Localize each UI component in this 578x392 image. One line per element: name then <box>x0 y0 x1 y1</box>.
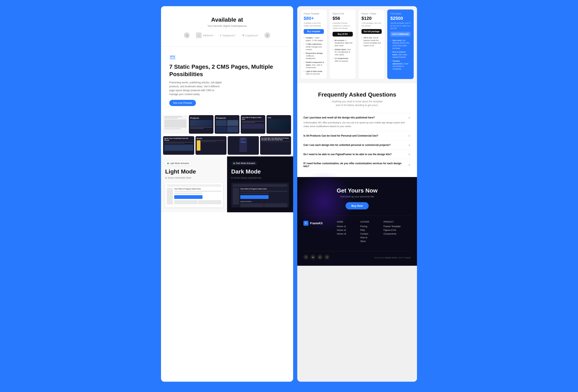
social-x-icon[interactable]: 𝕏 <box>303 255 308 260</box>
footer-product-col: PRODUCT Framer Template Figma UI Kit Com… <box>384 221 411 244</box>
faq-question-text-5: If I need further customization, do you … <box>303 162 407 168</box>
figma-buy-button[interactable]: Buy UI Kit <box>333 32 353 37</box>
social-figma-icon[interactable]: ◈ <box>310 255 315 260</box>
light-mockup-sidebar <box>167 188 173 205</box>
screenshots-row2: Ignite Your Creativity From the Finest B… <box>161 135 293 155</box>
faq-question-text-3: Can I use each design kits for unlimited… <box>303 144 407 146</box>
logo-2: ◎ logoipsum <box>196 32 213 38</box>
framer-feature-4: Global component & styles. Text, color &… <box>304 60 324 70</box>
faq-chevron-2: ∨ <box>407 134 411 137</box>
framer-features: 9 pages. 7 static pages, 2 CMS pages. 7 … <box>304 36 324 76</box>
left-panel: Available at Your favorite digital marke… <box>161 6 293 382</box>
faq-question-2[interactable]: Is All Products Can be Used for Personal… <box>303 134 411 137</box>
footer-link-pricing[interactable]: Pricing <box>360 225 380 227</box>
custom-features: Start early. Get followup email in the n… <box>390 39 411 71</box>
svg-point-2 <box>171 56 171 56</box>
footer-link-store[interactable]: Store <box>360 240 380 242</box>
footer-brand-col: F FrameKit <box>303 221 333 244</box>
faq-item-2: Is All Products Can be Used for Personal… <box>303 131 411 140</box>
footer-link-contact[interactable]: Contact <box>360 232 380 235</box>
footer-link-home2[interactable]: Home v2 <box>337 229 356 231</box>
faq-question-text-1: Can I purchase and resell all the design… <box>303 116 407 119</box>
footer-link-figma[interactable]: Figma UI Kit <box>384 229 411 231</box>
faq-question-text-4: Do I need to be able to use Figma/Framer… <box>303 153 407 156</box>
framer-feature-5: Light & Dark mode. Open in any time. <box>304 70 324 76</box>
dark-mode-subtitle: to show classy experiences <box>231 176 289 179</box>
faq-section: Frequently Asked Questions Anything you … <box>297 83 417 177</box>
figma-feature-3: 13 components. With 20 variants. <box>333 56 353 63</box>
browser-icon <box>169 55 176 60</box>
cta-section: Get Yours Now And level up your personal… <box>297 177 417 266</box>
footer-brand: F FrameKit <box>303 221 333 226</box>
faq-subtitle: Anything you need to know about the temp… <box>303 100 411 107</box>
figma-feature-2: Global styles. Text for 3 breakpoints & … <box>333 48 353 57</box>
footer-home-title: HOME <box>337 221 356 223</box>
custom-label: Full Custom <box>390 13 411 15</box>
footer-brand-name: FrameKit <box>310 221 323 225</box>
logo-4: ❋ Logoipsum <box>242 34 258 37</box>
available-subtitle: Your favorite digital marketplaces <box>169 24 285 27</box>
social-dribbble-icon[interactable]: ⊙ <box>325 255 330 260</box>
mockup-line <box>174 191 221 192</box>
light-mode-dot <box>167 163 169 164</box>
projects-label: Projects <box>189 115 213 120</box>
figma-feature-1: 56 screens. 3 breakpoints, light and dar… <box>333 39 353 48</box>
faq-question-4[interactable]: Do I need to be able to use Figma/Framer… <box>303 153 411 156</box>
pages-description: Presenting works, publishing articles, s… <box>169 81 223 96</box>
framer-buy-button[interactable]: Buy template <box>304 29 324 34</box>
pricing-card-figma: Figma UI Kit $56 Extended License, suita… <box>330 9 356 79</box>
footer-product-title: PRODUCT <box>384 221 411 223</box>
combo-buy-button[interactable]: Get full package <box>361 29 382 34</box>
dark-mockup: Your Path to Progress Starts Here Latest… <box>231 183 289 207</box>
dark-mode-badge-label: Dark Mode Activated <box>236 162 255 165</box>
faq-item-4: Do I need to be able to use Figma/Framer… <box>303 150 411 159</box>
faq-question-3[interactable]: Can I use each design kits for unlimited… <box>303 143 411 147</box>
framer-feature-2: 7 CMS collections. Easily manage your co… <box>304 42 324 51</box>
footer-link-components[interactable]: Components <box>384 232 411 235</box>
screenshot-blog1: Ignite Your Creativity From the Finest <box>163 136 194 155</box>
combo-label: Framer + Figma <box>361 13 382 15</box>
light-mockup-content: Your Path to Progress Starts Here <box>167 188 221 205</box>
footer-link-home1[interactable]: Home v1 <box>337 225 356 227</box>
custom-feature-3: Timeline adjustment. Could vary based on… <box>390 59 411 71</box>
figma-desc: Extended License, suitable for a team to… <box>333 22 353 30</box>
live-preview-button[interactable]: See Live Preview <box>169 100 196 106</box>
screenshot-video: MINI <box>267 115 291 134</box>
social-instagram-icon[interactable]: ◎ <box>318 255 322 260</box>
footer-link-home3[interactable]: Home v3 <box>337 232 356 235</box>
screenshot-books: Books <box>195 136 227 155</box>
dark-mockup-sidebar <box>233 188 239 205</box>
available-title: Available at <box>169 16 285 23</box>
framer-feature-3: Responsive design. 3 different breakpoin… <box>304 51 324 60</box>
custom-feature-1: Start early. Get followup email in the n… <box>390 39 411 50</box>
dark-mode-dot <box>233 163 235 164</box>
footer-link-framer[interactable]: Framer Template <box>384 225 411 227</box>
cta-buy-button[interactable]: Buy Now <box>345 202 369 209</box>
pricing-card-combo: Framer + Figma $120 A full package, use … <box>358 9 385 79</box>
faq-question-5[interactable]: If I need further customization, do you … <box>303 162 411 168</box>
footer-link-faq[interactable]: FAQ <box>360 229 380 231</box>
custom-desc: Get the template, and I'll do the rest t… <box>390 22 411 30</box>
logo-3: ✦ logoipsum° <box>219 34 236 37</box>
custom-collaborate-button[interactable]: Let's Collaborate <box>390 32 411 37</box>
footer-grid: F FrameKit HOME Home v1 Home v2 Home v3 … <box>303 216 411 247</box>
faq-chevron-5: ∨ <box>407 163 411 167</box>
screenshot-products: Products <box>215 115 239 134</box>
footer-link-howto[interactable]: How to <box>360 236 380 239</box>
dark-mockup-header <box>233 184 287 187</box>
screenshot-app <box>228 136 259 155</box>
light-mode-title: Light Mode <box>165 168 223 175</box>
pages-section: 7 Static Pages, 2 CMS Pages, Multiple Po… <box>161 47 293 115</box>
logo-icon-5: ▣ <box>264 32 270 38</box>
faq-item-1: Can I purchase and resell all the design… <box>303 113 411 131</box>
figma-features: 56 screens. 3 breakpoints, light and dar… <box>333 39 353 63</box>
faq-question-1[interactable]: Can I purchase and resell all the design… <box>303 116 411 119</box>
logo-label-2: logoipsum <box>203 34 213 37</box>
dark-mockup-line <box>240 191 287 192</box>
logo-icon-3: ✦ logoipsum° <box>219 34 236 37</box>
custom-price: $2500 <box>390 16 411 21</box>
cta-subtitle: And level up your personal site <box>303 195 411 198</box>
combo-desc: A full package, use it for one person. <box>361 22 382 27</box>
cta-title: Get Yours Now <box>303 187 411 194</box>
footer-home-col: HOME Home v1 Home v2 Home v3 <box>337 221 356 244</box>
